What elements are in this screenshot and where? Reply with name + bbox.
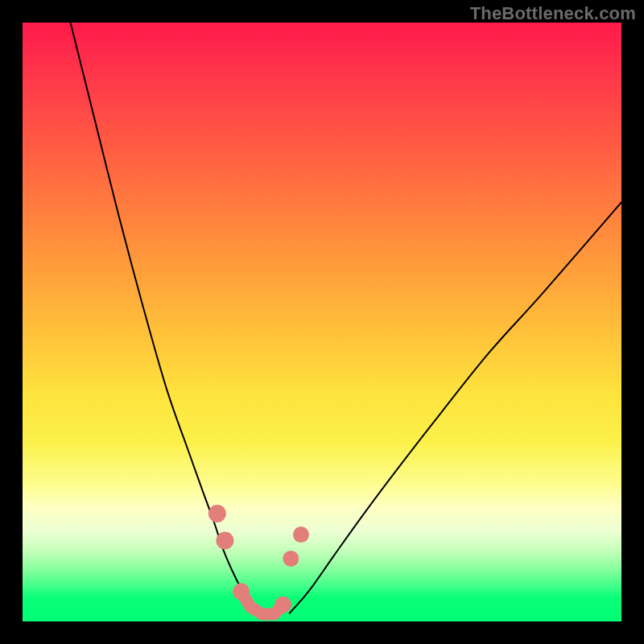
marker-layer <box>208 505 309 614</box>
watermark-text: TheBottleneck.com <box>470 3 636 24</box>
data-marker <box>208 505 226 522</box>
curve-layer <box>71 23 621 616</box>
data-marker <box>216 532 233 550</box>
curve-right-branch <box>289 202 621 613</box>
chart-svg <box>23 23 621 621</box>
plot-area <box>23 23 621 621</box>
outer-frame: TheBottleneck.com <box>0 0 644 644</box>
data-marker <box>293 526 309 543</box>
valley-connector-end <box>275 597 291 613</box>
curve-left-branch <box>71 23 266 616</box>
data-marker <box>283 551 299 567</box>
